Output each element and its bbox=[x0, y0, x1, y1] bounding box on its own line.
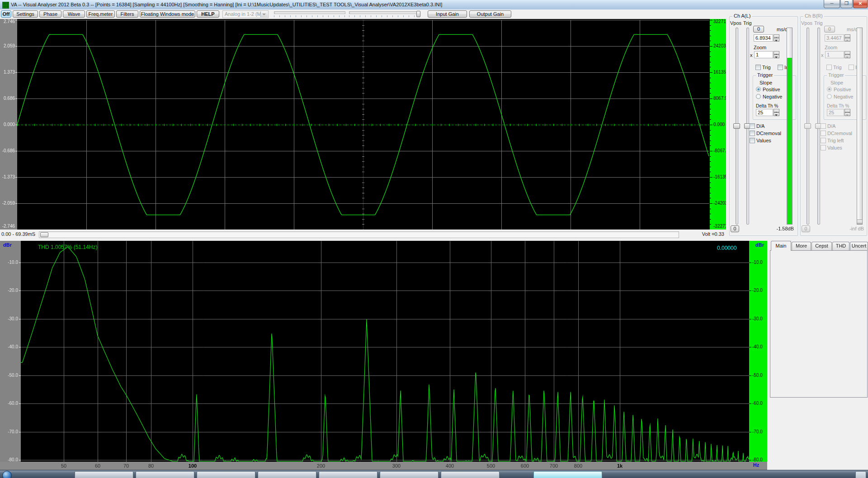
taskbar-item-active[interactable] bbox=[533, 471, 602, 478]
delta-th-label: Delta Th % bbox=[827, 103, 849, 109]
slope-positive-radio[interactable] bbox=[756, 87, 761, 92]
vpos-slider-thumb[interactable] bbox=[733, 123, 740, 129]
spin-down-icon[interactable] bbox=[774, 38, 779, 42]
taskbar-item[interactable] bbox=[136, 471, 194, 478]
input-device-select[interactable]: Analog in 1-2 (Mia) bbox=[222, 10, 269, 18]
da-label: D/A bbox=[756, 123, 764, 129]
oscilloscope-canvas[interactable] bbox=[0, 19, 726, 230]
off-button[interactable]: Off bbox=[1, 10, 11, 18]
ms-per-div-field[interactable]: 6.8934 bbox=[754, 34, 773, 42]
scope-volt-value: Volt =0.33 bbox=[702, 231, 724, 237]
inv-checkbox bbox=[849, 65, 854, 70]
channel-b-level-value: -inf dB bbox=[827, 226, 864, 232]
trig-left-label: Trig left bbox=[827, 138, 844, 144]
ms-per-div-label: ms/d bbox=[847, 27, 858, 33]
delta-th-field[interactable]: 25 bbox=[756, 109, 773, 116]
zoom-label: Zoom bbox=[825, 45, 837, 51]
taskbar-tray[interactable] bbox=[855, 471, 866, 478]
vpos-slider-thumb[interactable] bbox=[804, 123, 811, 129]
taskbar-item[interactable] bbox=[380, 471, 439, 478]
values-checkbox[interactable] bbox=[750, 138, 755, 143]
trig-checkbox bbox=[826, 65, 832, 70]
inv-checkbox[interactable] bbox=[778, 65, 783, 70]
zoom-stepper bbox=[844, 51, 850, 58]
input-gain-button[interactable]: Input Gain bbox=[428, 10, 467, 18]
zoom-stepper[interactable] bbox=[774, 51, 779, 58]
scope-time-range: 0.00 - 69.39mS bbox=[1, 231, 35, 237]
tab-uncert[interactable]: Uncert bbox=[850, 242, 868, 250]
slider-thumb[interactable] bbox=[416, 11, 420, 17]
taskbar-item[interactable] bbox=[441, 471, 500, 478]
taskbar-item[interactable] bbox=[258, 471, 316, 478]
zoom-times-label: x bbox=[821, 52, 824, 58]
floating-windows-button[interactable]: Floating Windows mode bbox=[140, 10, 195, 18]
delta-th-stepper bbox=[844, 109, 850, 116]
zoom-times-label: x bbox=[750, 52, 753, 58]
delta-th-field: 25 bbox=[827, 109, 844, 116]
tab-thd[interactable]: THD bbox=[832, 242, 849, 250]
trig-checkbox[interactable] bbox=[755, 65, 761, 70]
spin-up-icon[interactable] bbox=[774, 51, 779, 55]
spin-down-icon[interactable] bbox=[774, 55, 779, 58]
help-button[interactable]: HELP bbox=[197, 10, 219, 18]
spin-down-icon[interactable] bbox=[774, 112, 779, 116]
freq-meter-button[interactable]: Freq.meter bbox=[86, 10, 115, 18]
ms-per-div-stepper[interactable] bbox=[774, 34, 779, 42]
spin-up-icon bbox=[844, 34, 850, 38]
output-gain-button[interactable]: Output Gain bbox=[469, 10, 511, 18]
spin-up-icon[interactable] bbox=[774, 34, 779, 38]
settings-button[interactable]: Settings bbox=[13, 10, 38, 18]
output-gain-slider[interactable] bbox=[349, 11, 420, 17]
slider-ticks bbox=[349, 15, 420, 17]
title-bar: VA -- Visual Analyser 2012 Beta 0.3 -- [… bbox=[0, 0, 868, 10]
da-checkbox bbox=[821, 123, 826, 129]
values-checkbox bbox=[821, 145, 826, 150]
channel-b-level-meter bbox=[857, 28, 863, 225]
minimize-button[interactable]: ─ bbox=[824, 0, 840, 8]
scope-scrollbar-thumb[interactable] bbox=[40, 232, 48, 237]
zoom-field[interactable]: 1 bbox=[754, 51, 773, 58]
da-checkbox[interactable] bbox=[750, 123, 755, 129]
restore-button[interactable]: ❐ bbox=[840, 0, 853, 8]
zoom-label: Zoom bbox=[754, 45, 766, 51]
input-gain-slider[interactable] bbox=[274, 11, 345, 17]
dcremoval-label: DCremoval bbox=[827, 131, 852, 136]
taskbar-item[interactable] bbox=[197, 471, 255, 478]
tab-more[interactable]: More bbox=[792, 242, 811, 250]
slope-label: Slope bbox=[760, 80, 772, 86]
trigger-group-title: Trigger bbox=[827, 72, 845, 78]
taskbar-item[interactable] bbox=[319, 471, 377, 478]
tab-cepst[interactable]: Cepst bbox=[811, 242, 832, 250]
channel-b-panel: Ch B(R) Vpos Trig 0 ms/d 3.4467 Zoom x 1… bbox=[800, 16, 867, 236]
spectrum-canvas[interactable] bbox=[0, 241, 767, 470]
spectrum-hz-label: Hz bbox=[753, 462, 759, 468]
slider-ticks bbox=[274, 15, 345, 17]
zoom-field: 1 bbox=[825, 51, 844, 58]
channel-a-panel: Ch A(L) Vpos Trig 0 ms/d 6.8934 Zoom x 1… bbox=[729, 16, 798, 236]
slope-label: Slope bbox=[830, 80, 843, 86]
spin-down-icon bbox=[844, 38, 850, 42]
level-meter-thumb bbox=[857, 220, 863, 224]
scope-scrollbar[interactable] bbox=[39, 231, 679, 238]
channel-a-level-meter bbox=[787, 28, 793, 225]
ms-per-div-label: ms/d bbox=[777, 27, 788, 33]
filters-button[interactable]: Filters bbox=[116, 10, 138, 18]
spin-up-icon[interactable] bbox=[774, 109, 779, 112]
ms-reset-button[interactable]: 0 bbox=[753, 26, 764, 33]
start-orb-icon[interactable] bbox=[2, 471, 12, 478]
slope-negative-radio[interactable] bbox=[756, 94, 761, 99]
taskbar-item[interactable] bbox=[75, 471, 133, 478]
thd-annotation: THD 1.0057% (51.14Hz) bbox=[38, 244, 97, 250]
vpos-reset-button: 0 bbox=[802, 225, 810, 232]
ms-reset-button[interactable]: 0 bbox=[824, 26, 835, 33]
wave-button[interactable]: Wave bbox=[63, 10, 85, 18]
scope-status-bar: 0.00 - 69.39mS Volt =0.33 bbox=[0, 230, 726, 239]
dcremoval-checkbox[interactable] bbox=[750, 131, 755, 136]
vpos-reset-button[interactable]: 0 bbox=[731, 225, 739, 232]
phase-button[interactable]: Phase bbox=[39, 10, 61, 18]
tab-main[interactable]: Main bbox=[771, 241, 791, 251]
spin-up-icon bbox=[844, 51, 850, 55]
close-button[interactable]: ✕ bbox=[853, 0, 868, 8]
slider-track bbox=[349, 11, 420, 14]
delta-th-stepper[interactable] bbox=[774, 109, 779, 116]
